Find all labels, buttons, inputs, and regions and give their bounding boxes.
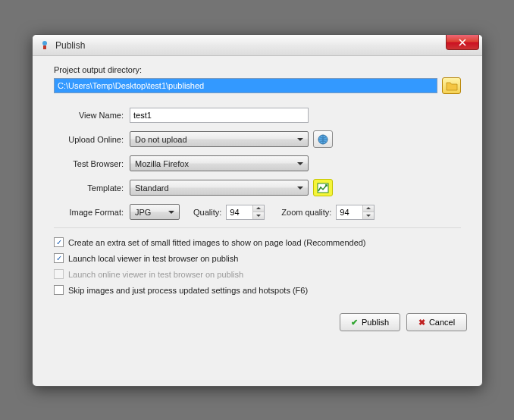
image-format-select[interactable]: JPG xyxy=(130,204,180,220)
launch-online-label: Launch online viewer in test browser on … xyxy=(68,270,243,279)
template-select[interactable]: Standard xyxy=(130,180,309,196)
zoom-quality-label: Zoom quality: xyxy=(281,208,331,217)
launch-local-checkbox[interactable] xyxy=(54,253,64,263)
publish-dialog: Publish Project output directory: View N… xyxy=(32,34,483,387)
browse-folder-button[interactable] xyxy=(442,77,461,94)
upload-settings-button[interactable] xyxy=(313,130,333,148)
publish-button[interactable]: ✔ Publish xyxy=(340,313,400,331)
quality-stepper[interactable] xyxy=(226,205,265,220)
cancel-button[interactable]: ✖ Cancel xyxy=(406,313,467,331)
check-icon: ✔ xyxy=(351,318,358,328)
svg-point-0 xyxy=(42,41,47,45)
upload-online-select[interactable]: Do not upload xyxy=(130,131,309,147)
output-directory-label: Project output directory: xyxy=(54,65,461,74)
extra-images-row: Create an extra set of small fitted imag… xyxy=(54,237,461,247)
close-icon xyxy=(458,39,467,46)
quality-input[interactable] xyxy=(227,205,252,219)
test-browser-select[interactable]: Mozilla Firefox xyxy=(130,155,309,171)
view-name-label: View Name: xyxy=(54,111,130,120)
window-title: Publish xyxy=(55,40,85,51)
skip-images-label: Skip images and just process updated set… xyxy=(68,286,308,295)
app-icon xyxy=(39,39,51,52)
content-area: Project output directory: View Name: Upl… xyxy=(33,56,482,307)
image-format-label: Image Format: xyxy=(54,208,130,217)
close-button[interactable] xyxy=(446,35,479,50)
upload-online-label: Upload Online: xyxy=(54,135,130,144)
skip-images-checkbox[interactable] xyxy=(54,285,64,295)
quality-label: Quality: xyxy=(193,208,221,217)
launch-local-row: Launch local viewer in test browser on p… xyxy=(54,253,461,263)
globe-icon xyxy=(317,133,329,146)
output-directory-input[interactable] xyxy=(54,78,437,93)
skip-images-row: Skip images and just process updated set… xyxy=(54,285,461,295)
titlebar: Publish xyxy=(33,35,482,56)
chart-icon xyxy=(317,183,329,193)
template-label: Template: xyxy=(54,183,130,193)
cross-icon: ✖ xyxy=(418,318,425,328)
test-browser-label: Test Browser: xyxy=(54,159,130,168)
launch-online-checkbox xyxy=(54,269,64,279)
footer: ✔ Publish ✖ Cancel xyxy=(33,307,482,342)
zoom-quality-up[interactable] xyxy=(363,205,374,213)
launch-online-row: Launch online viewer in test browser on … xyxy=(54,269,461,279)
zoom-quality-stepper[interactable] xyxy=(336,205,375,220)
folder-icon xyxy=(446,80,458,91)
quality-up[interactable] xyxy=(253,205,264,213)
view-name-input[interactable] xyxy=(130,108,309,123)
template-settings-button[interactable] xyxy=(313,179,333,196)
svg-rect-1 xyxy=(43,45,46,49)
quality-down[interactable] xyxy=(253,212,264,219)
zoom-quality-down[interactable] xyxy=(363,212,374,219)
separator xyxy=(54,227,461,228)
zoom-quality-input[interactable] xyxy=(337,205,362,219)
launch-local-label: Launch local viewer in test browser on p… xyxy=(68,254,238,263)
extra-images-label: Create an extra set of small fitted imag… xyxy=(68,238,366,247)
extra-images-checkbox[interactable] xyxy=(54,237,64,247)
